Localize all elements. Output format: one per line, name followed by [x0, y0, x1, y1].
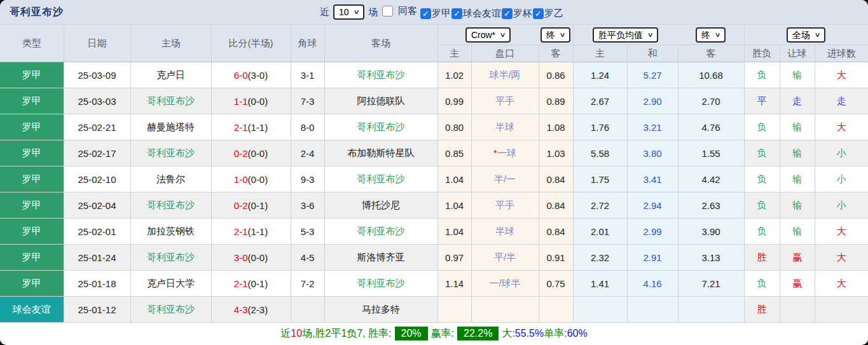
- date-cell: 25-01-12: [64, 297, 130, 323]
- corners-cell: 9-3: [291, 166, 324, 193]
- away-team-cell: 阿拉德联队: [324, 88, 437, 114]
- odds-home-cell: 0.97: [437, 245, 471, 271]
- league-cell: 罗甲: [0, 271, 64, 297]
- checkbox-checked-icon[interactable]: ✓: [451, 8, 462, 19]
- result-handicap-cell: 输: [780, 62, 815, 88]
- result-wdl-cell: 负: [744, 114, 780, 140]
- chevron-down-icon: ∨: [353, 6, 359, 18]
- near-games-select[interactable]: 10 ∨: [333, 4, 364, 20]
- footer-stat-text: 近: [280, 327, 291, 341]
- league-cell: 罗甲: [0, 114, 64, 140]
- result-wdl-cell: 负: [744, 271, 780, 297]
- odds-home-cell: 1.04: [437, 193, 471, 219]
- home-team-cell: 赫曼施塔特: [130, 114, 211, 140]
- result-handicap-cell: 走: [780, 88, 815, 114]
- result-goals-cell: 小: [815, 166, 868, 193]
- result-handicap-cell: 赢: [780, 271, 815, 297]
- handicap-cell: 平/半: [471, 245, 539, 271]
- result-goals-cell: 小: [815, 193, 868, 219]
- score-cell: 2-1(1-1): [211, 114, 291, 140]
- header-home: 主场: [130, 25, 211, 62]
- stat-badge: 22.2%: [457, 327, 499, 341]
- home-team-cell: 克卢日: [130, 62, 211, 88]
- result-handicap-cell: 输: [780, 114, 815, 140]
- table-row: 罗甲25-02-04哥利亚布沙0-2(0-1)3-6博托沙尼1.04平手0.84…: [0, 193, 868, 219]
- corners-cell: 5-3: [291, 219, 324, 245]
- near-label: 近: [320, 6, 329, 18]
- odds-time-select[interactable]: 终 ∨: [541, 27, 570, 43]
- table-row: 球会友谊25-01-12哥利亚布沙4-3(2-3)马拉多特胜: [0, 297, 868, 323]
- away-team-cell: 哥利亚布沙: [324, 114, 437, 140]
- date-cell: 25-02-10: [64, 166, 130, 193]
- result-goals-cell: 大: [815, 62, 868, 88]
- odds-away-cell: 0.75: [539, 271, 573, 297]
- league-cell: 罗甲: [0, 245, 64, 271]
- avg-away-cell: 2.70: [678, 88, 744, 114]
- score-cell: 4-3(2-3): [211, 297, 291, 323]
- avg-draw-cell: 5.27: [627, 62, 678, 88]
- chevron-down-icon: ∨: [500, 29, 506, 41]
- checkbox-checked-icon[interactable]: ✓: [533, 8, 544, 19]
- header-away: 客场: [324, 25, 437, 62]
- result-wdl-cell: 负: [744, 166, 780, 193]
- avg-away-cell: 2.63: [678, 193, 744, 219]
- avg-away-cell: 7.21: [678, 271, 744, 297]
- home-team-cell: 哥利亚布沙: [130, 245, 211, 271]
- avg-draw-cell: 2.99: [627, 219, 678, 245]
- sub-header-let: 让球: [780, 45, 815, 62]
- table-row: 罗甲25-03-09克卢日6-0(3-0)3-1哥利亚布沙1.02球半/两0.8…: [0, 62, 868, 88]
- score-cell: 2-1(0-1): [211, 271, 291, 297]
- avg-odds-select[interactable]: 胜平负均值 ∨: [593, 27, 658, 43]
- date-cell: 25-01-18: [64, 271, 130, 297]
- odds-company-select[interactable]: Crow* ∨: [465, 27, 511, 43]
- filter-item: ✓罗甲: [420, 8, 451, 20]
- handicap-cell: 一/球半: [471, 271, 539, 297]
- checkbox-unchecked-icon[interactable]: [382, 6, 393, 17]
- footer-stat-text: 大:: [502, 327, 514, 341]
- checkbox-checked-icon[interactable]: ✓: [502, 8, 513, 19]
- result-wdl-cell: 平: [744, 88, 780, 114]
- odds-away-cell: 1.03: [539, 140, 573, 166]
- scope-select[interactable]: 全场 ∨: [787, 27, 825, 43]
- result-handicap-cell: 输: [780, 193, 815, 219]
- home-team-cell: 哥利亚布沙: [130, 297, 211, 323]
- filter-item: 同客: [382, 5, 417, 17]
- filter-label: 罗甲: [432, 8, 451, 20]
- avg-home-cell: 1.75: [573, 166, 627, 193]
- odds-away-cell: 0.89: [539, 88, 573, 114]
- footer-stat-text: 55.5%: [515, 328, 544, 339]
- avg-home-cell: 2.01: [573, 219, 627, 245]
- result-handicap-cell: 输: [780, 140, 815, 166]
- sub-header-avg-home: 主: [573, 45, 627, 62]
- away-team-cell: 博托沙尼: [324, 193, 437, 219]
- handicap-cell: 球半/两: [471, 62, 539, 88]
- avg-home-cell: 1.41: [573, 271, 627, 297]
- footer-stat-text: 赢率:: [431, 327, 454, 341]
- handicap-cell: 半/一: [471, 166, 539, 193]
- avg-home-cell: 1.24: [573, 62, 627, 88]
- result-goals-cell: 大: [815, 114, 868, 140]
- league-cell: 球会友谊: [0, 297, 64, 323]
- avg-draw-cell: 2.90: [627, 88, 678, 114]
- home-team-cell: 法鲁尔: [130, 166, 211, 193]
- footer-stat-text: 场,胜2平1负7, 胜率:: [302, 327, 391, 341]
- avg-away-cell: [678, 297, 744, 323]
- result-wdl-cell: 胜: [744, 245, 780, 271]
- corners-cell: 7-2: [291, 271, 324, 297]
- avg-draw-cell: 3.21: [627, 114, 678, 140]
- avg-away-cell: 4.76: [678, 114, 744, 140]
- filter-item: ✓球会友谊: [451, 8, 501, 20]
- date-cell: 25-01-24: [64, 245, 130, 271]
- checkbox-checked-icon[interactable]: ✓: [420, 8, 431, 19]
- home-team-cell: 哥利亚布沙: [130, 193, 211, 219]
- chevron-down-icon: ∨: [815, 29, 821, 41]
- corners-cell: 7-3: [291, 88, 324, 114]
- avg-time-select[interactable]: 终 ∨: [696, 27, 726, 43]
- footer-stat-text: 单率:: [544, 327, 567, 341]
- league-cell: 罗甲: [0, 166, 64, 193]
- league-cell: 罗甲: [0, 62, 64, 88]
- avg-odds-group: 胜平负均值 ∨ 终 ∨: [573, 25, 744, 45]
- date-cell: 25-02-04: [64, 193, 130, 219]
- sub-header-wdl: 胜负: [744, 45, 780, 62]
- avg-draw-cell: 4.16: [627, 271, 678, 297]
